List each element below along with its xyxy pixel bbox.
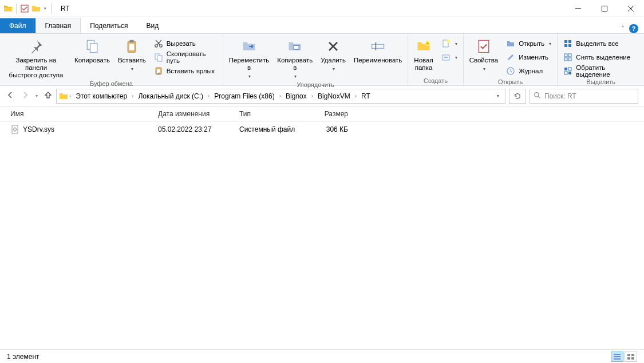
chevron-right-icon[interactable]: › — [132, 93, 133, 99]
rename-button[interactable]: Переименовать — [351, 35, 404, 64]
chevron-down-icon: ▾ — [131, 65, 133, 73]
breadcrumb-item[interactable]: BigNoxVM — [314, 91, 354, 101]
cut-label: Вырезать — [167, 40, 196, 47]
easy-access-button[interactable]: ▾ — [439, 51, 460, 64]
search-input[interactable] — [544, 92, 634, 100]
chevron-down-icon: ▾ — [549, 41, 551, 46]
open-label: Открыть — [519, 40, 544, 47]
invert-label: Обратить выделение — [576, 64, 638, 78]
cut-button[interactable]: Вырезать — [152, 37, 219, 50]
breadcrumb-item[interactable]: RT — [358, 91, 374, 101]
address-dropdown-icon[interactable]: ▾ — [497, 93, 499, 98]
chevron-down-icon: ▾ — [483, 65, 485, 73]
address-folder-icon — [59, 92, 68, 101]
breadcrumb-item[interactable]: Bignox — [282, 91, 310, 101]
new-item-button[interactable]: ▾ — [439, 37, 460, 50]
column-header-name[interactable]: Имя — [10, 110, 158, 118]
chevron-right-icon[interactable]: › — [208, 93, 210, 99]
chevron-down-icon: ▾ — [248, 73, 251, 80]
breadcrumb-item[interactable]: Program Files (x86) — [211, 91, 278, 101]
details-view-toggle[interactable] — [611, 352, 623, 362]
edit-button[interactable]: Изменить — [504, 51, 554, 64]
new-item-icon — [441, 39, 451, 48]
history-icon — [506, 66, 515, 76]
copy-to-button[interactable]: Копировать в ▾ — [275, 35, 315, 80]
svg-point-17 — [447, 40, 450, 43]
chevron-right-icon[interactable]: › — [355, 93, 357, 99]
minimize-button[interactable] — [565, 0, 591, 17]
file-size: 306 КБ — [308, 125, 354, 133]
delete-button[interactable]: Удалить ▾ — [318, 35, 348, 73]
file-row[interactable]: YSDrv.sys 05.02.2022 23:27 Системный фай… — [0, 122, 644, 137]
file-date: 05.02.2022 23:27 — [158, 125, 239, 133]
chevron-right-icon[interactable]: › — [279, 93, 281, 99]
nav-recent-dropdown[interactable]: ▾ — [35, 93, 38, 98]
nav-up-button[interactable] — [44, 90, 53, 101]
properties-qat-icon[interactable] — [20, 4, 29, 13]
search-box[interactable] — [530, 89, 638, 104]
item-count: 1 элемент — [7, 353, 39, 361]
nav-forward-button[interactable] — [21, 90, 30, 101]
open-button[interactable]: Открыть ▾ — [504, 37, 554, 50]
new-folder-button[interactable]: Новая папка — [412, 35, 435, 72]
tab-home[interactable]: Главная — [35, 18, 81, 33]
collapse-ribbon-icon[interactable]: ˄ — [621, 25, 625, 33]
delete-icon — [324, 37, 342, 56]
copy-button[interactable]: Копировать — [72, 35, 112, 64]
delete-label: Удалить — [321, 57, 346, 64]
ribbon-group-organize: Переместить в ▾ Копировать в ▾ Удалить ▾… — [223, 34, 409, 85]
svg-rect-6 — [129, 44, 135, 50]
tab-file[interactable]: Файл — [0, 18, 35, 33]
svg-rect-1 — [602, 6, 607, 11]
file-name: YSDrv.sys — [23, 125, 54, 133]
ribbon-group-select: Выделить все Снять выделение Обратить вы… — [558, 34, 644, 85]
navigation-bar: ▾ › Этот компьютер › Локальный диск (C:)… — [0, 86, 644, 106]
select-all-button[interactable]: Выделить все — [561, 37, 641, 50]
thumbnails-view-toggle[interactable] — [625, 352, 637, 362]
address-bar[interactable]: › Этот компьютер › Локальный диск (C:) ›… — [56, 89, 505, 104]
maximize-button[interactable] — [591, 0, 618, 17]
svg-rect-24 — [568, 44, 571, 47]
svg-rect-23 — [564, 44, 567, 47]
tab-view[interactable]: Вид — [137, 18, 168, 33]
ribbon-group-clipboard: Закрепить на панели быстрого доступа Коп… — [0, 34, 223, 85]
chevron-right-icon[interactable]: › — [69, 93, 71, 99]
history-label: Журнал — [519, 68, 543, 74]
move-to-icon — [240, 37, 258, 56]
properties-button[interactable]: Свойства ▾ — [467, 35, 501, 73]
sys-file-icon — [10, 125, 19, 134]
column-header-type[interactable]: Тип — [239, 110, 308, 118]
column-headers: Имя Дата изменения Тип Размер — [0, 106, 644, 122]
column-header-size[interactable]: Размер — [308, 110, 354, 118]
tab-share[interactable]: Поделиться — [81, 18, 137, 33]
column-header-date[interactable]: Дата изменения — [158, 110, 239, 118]
invert-selection-button[interactable]: Обратить выделение — [561, 65, 641, 77]
svg-rect-27 — [564, 58, 567, 61]
svg-rect-3 — [90, 44, 97, 53]
copy-path-button[interactable]: Скопировать путь — [152, 51, 219, 64]
pin-quick-access-button[interactable]: Закрепить на панели быстрого доступа — [3, 35, 69, 79]
invert-icon — [563, 66, 572, 76]
history-button[interactable]: Журнал — [504, 65, 554, 77]
breadcrumb-item[interactable]: Этот компьютер — [72, 91, 131, 101]
refresh-button[interactable] — [509, 89, 526, 104]
svg-point-33 — [535, 92, 539, 96]
move-to-button[interactable]: Переместить в ▾ — [227, 35, 271, 80]
group-label-select: Выделить — [561, 77, 641, 86]
group-label-new: Создать — [412, 76, 459, 85]
nav-back-button[interactable] — [6, 90, 15, 101]
help-icon[interactable]: ? — [629, 24, 638, 33]
chevron-right-icon[interactable]: › — [311, 93, 313, 99]
folder-qat-icon[interactable] — [31, 4, 41, 13]
qat-dropdown-icon[interactable]: ▾ — [43, 6, 48, 11]
paste-shortcut-button[interactable]: Вставить ярлык — [152, 65, 219, 77]
ribbon-group-new: Новая папка ▾ ▾ Создать — [408, 34, 463, 85]
close-button[interactable] — [618, 0, 644, 17]
select-none-button[interactable]: Снять выделение — [561, 51, 641, 64]
ribbon-group-open: Свойства ▾ Открыть ▾ Изменить Журнал — [464, 34, 558, 85]
separator — [51, 3, 52, 14]
breadcrumb-item[interactable]: Локальный диск (C:) — [135, 91, 207, 101]
paste-button[interactable]: Вставить ▾ — [116, 35, 148, 73]
pin-label: Закрепить на панели быстрого доступа — [6, 57, 66, 79]
select-none-label: Снять выделение — [576, 54, 630, 61]
